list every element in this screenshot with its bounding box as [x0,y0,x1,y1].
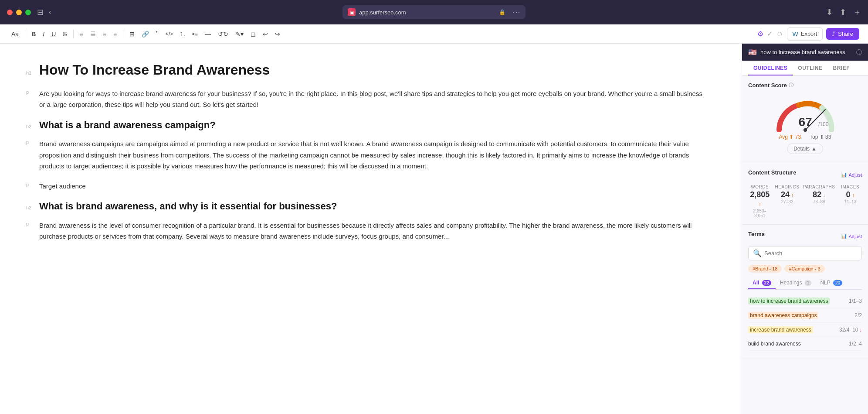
site-icon: ▣ [348,8,356,16]
undo-button[interactable]: ↩ [260,29,271,39]
info-icon[interactable]: ⓘ [856,48,862,56]
words-arrow: ↑ [759,202,761,208]
code-button[interactable]: </> [163,29,176,39]
editor-area[interactable]: h1 How To Increase Brand Awareness p Are… [0,44,742,414]
count-down-arrow: ↓ [860,327,862,332]
content-score-title: Content Score ⓘ [748,82,862,89]
paragraphs-cell: PARAGRAPHS 82 ↓ 73–88 [803,185,835,218]
check-icon[interactable]: ✓ [767,30,773,38]
panel-header: 🇺🇸 how to increase brand awareness ⓘ [742,44,868,61]
flag-icon: 🇺🇸 [748,48,757,56]
filter-nlp[interactable]: NLP 20 [816,277,847,289]
bold-button[interactable]: B [29,29,38,39]
paragraph-2: Brand awareness campaigns are campaigns … [39,138,707,172]
right-panel: 🇺🇸 how to increase brand awareness ⓘ GUI… [742,44,868,414]
share-button[interactable]: ⤴ Share [826,28,859,40]
chevron-up-icon: ▲ [811,146,817,152]
brand-tag[interactable]: #Brand - 18 [748,265,782,273]
address-bar[interactable]: ▣ app.surferseo.com 🔒 ⋯ [342,5,526,19]
h1-row: h1 How To Increase Brand Awareness [26,61,707,79]
filter-headings[interactable]: Headings 1 [776,277,816,289]
wp-icon: W [793,31,798,38]
campaign-tag[interactable]: #Campaign - 3 [784,265,824,273]
panel-keyword: how to increase brand awareness [760,49,853,55]
headings-cell: HEADINGS 24 ↑ 27–32 [775,185,800,218]
struct-header: Content Structure 📊 Adjust [748,169,862,180]
align-center-button[interactable]: ☰ [88,29,98,39]
align-right-button[interactable]: ≡ [100,29,109,39]
image-button[interactable]: ⊞ [127,29,137,39]
panel-body: Content Score ⓘ [742,76,868,414]
svg-text:67: 67 [798,115,812,129]
font-button[interactable]: Aa [9,29,21,39]
minimize-button[interactable] [16,10,22,15]
paragraph-1: Are you looking for ways to increase bra… [39,88,707,110]
tab-guidelines[interactable]: GUIDELINES [748,61,793,75]
eraser-button[interactable]: ◻ [248,29,258,39]
tab-outline[interactable]: OUTLINE [793,61,827,75]
svg-point-1 [804,128,807,132]
all-count: 22 [762,280,771,286]
maximize-button[interactable] [25,10,31,15]
gauge-container: 67 /100 Avg ⬆ 73 Top ⬆ 83 Details ▲ [748,93,862,154]
terms-title: Terms [748,231,765,237]
term-count-1: 1/1–3 [849,298,862,304]
download-icon[interactable]: ⬇ [826,7,833,17]
new-tab-icon[interactable]: ＋ [853,7,861,17]
para3-row: p Brand awareness is the level of consum… [26,220,707,242]
structure-title: Content Structure [748,169,797,176]
h2-2-tag: h2 [26,205,35,210]
filter-tabs: All 22 Headings 1 NLP 20 [748,277,862,290]
list-item-row: p Target audience [26,181,707,192]
structure-adjust-button[interactable]: 📊 Adjust [841,172,862,178]
quote-button[interactable]: " [153,28,161,40]
p-tag-3: p [26,182,35,192]
emoji-icon[interactable]: ☺ [776,30,783,38]
address-more-button[interactable]: ⋯ [512,7,520,17]
link-button[interactable]: 🔗 [139,29,152,39]
h2-2-heading: What is brand awareness, and why is it e… [39,200,337,213]
ordered-list-button[interactable]: 1. [177,29,188,39]
paragraph-3: Brand awareness is the level of consumer… [39,220,707,242]
sidebar-toggle[interactable]: ⊟ [37,7,44,17]
strikethrough-button[interactable]: S [60,29,69,39]
settings-icon[interactable]: ⚙ [757,30,763,38]
hr-button[interactable]: — [202,29,214,39]
term-name-1: how to increase brand awareness [748,298,830,305]
underline-button[interactable]: U [49,29,58,39]
search-icon: 🔍 [753,249,762,257]
content-score-info[interactable]: ⓘ [789,82,793,89]
p-tag-1: p [26,89,35,110]
terms-search-box[interactable]: 🔍 [748,246,862,260]
para1-row: p Are you looking for ways to increase b… [26,88,707,110]
highlight-button[interactable]: ✎▾ [233,29,246,39]
images-arrow: ↑ [851,192,854,198]
term-name-4: build brand awareness [748,341,801,347]
unordered-list-button[interactable]: •≡ [190,29,200,39]
terms-search-input[interactable] [764,250,857,257]
term-item-2: brand awareness campaigns 2/2 [748,308,862,323]
align-left-button[interactable]: ≡ [77,29,86,39]
filter-all[interactable]: All 22 [748,277,776,289]
align-justify-button[interactable]: ≡ [111,29,119,39]
h1-heading: How To Increase Brand Awareness [39,61,270,79]
titlebar-right: ⬇ ⬆ ＋ [826,7,861,17]
close-button[interactable] [7,10,13,15]
terms-adjust-button[interactable]: 📊 Adjust [841,233,862,239]
para2-row: p Brand awareness campaigns are campaign… [26,138,707,172]
share-icon[interactable]: ⬆ [840,7,846,17]
share-symbol: ⤴ [832,31,835,37]
details-button[interactable]: Details ▲ [787,144,823,154]
redo-button[interactable]: ↪ [272,29,283,39]
export-button[interactable]: W Export [787,27,823,41]
gauge-stats: Avg ⬆ 73 Top ⬆ 83 [779,134,831,140]
term-count-4: 1/2–4 [849,341,862,347]
italic-button[interactable]: I [40,29,47,39]
svg-text:/100: /100 [818,121,829,127]
lock-icon: 🔒 [499,9,505,15]
term-item-3: increase brand awareness 32/4–10 ↓ [748,323,862,337]
nav-back-button[interactable]: ‹ [49,8,51,16]
h2-1-tag: h2 [26,124,35,129]
special-button[interactable]: ↺↻ [215,29,231,39]
tab-brief[interactable]: BRIEF [828,61,855,75]
